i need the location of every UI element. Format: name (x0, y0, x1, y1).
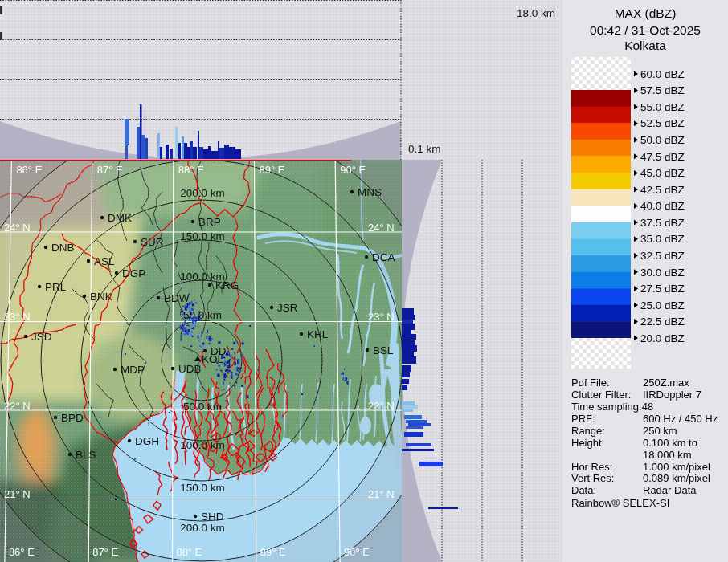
svg-text:150.0 km: 150.0 km (180, 482, 225, 494)
svg-text:21° N: 21° N (368, 488, 395, 500)
svg-text:23° N: 23° N (368, 311, 395, 323)
svg-text:86° E: 86° E (16, 164, 42, 176)
svg-text:Range:: Range: (571, 425, 605, 437)
svg-text:50.0 dBZ: 50.0 dBZ (640, 134, 685, 146)
svg-text:KRG: KRG (215, 279, 239, 291)
svg-text:23° N: 23° N (4, 311, 31, 323)
svg-text:87° E: 87° E (97, 164, 123, 176)
svg-text:42.5 dBZ: 42.5 dBZ (640, 184, 685, 196)
svg-text:DNB: DNB (51, 242, 75, 254)
svg-text:50.0 km: 50.0 km (183, 401, 222, 413)
svg-text:24° N: 24° N (4, 222, 31, 234)
svg-text:35.0 dBZ: 35.0 dBZ (640, 233, 685, 245)
svg-text:200.0 km: 200.0 km (180, 187, 225, 199)
svg-text:57.5 dBZ: 57.5 dBZ (640, 84, 685, 96)
svg-text:BPD: BPD (61, 412, 84, 424)
svg-text:250Z.max: 250Z.max (643, 377, 689, 389)
svg-text:55.0 dBZ: 55.0 dBZ (640, 101, 685, 113)
svg-text:30.0 dBZ: 30.0 dBZ (640, 267, 685, 279)
svg-text:KOL: KOL (202, 353, 224, 365)
svg-text:50.0 km: 50.0 km (183, 309, 222, 321)
svg-text:PRL: PRL (45, 281, 67, 293)
svg-text:DGP: DGP (122, 267, 145, 279)
svg-text:87° E: 87° E (92, 546, 118, 558)
svg-text:22° N: 22° N (368, 400, 395, 412)
svg-text:86° E: 86° E (9, 546, 35, 558)
svg-text:24° N: 24° N (368, 222, 395, 234)
svg-text:32.5 dBZ: 32.5 dBZ (640, 250, 685, 262)
svg-text:0.1 km: 0.1 km (408, 143, 441, 155)
svg-text:22.5 dBZ: 22.5 dBZ (640, 316, 685, 328)
svg-text:200.0 km: 200.0 km (180, 522, 225, 534)
svg-text:UDB: UDB (178, 363, 202, 375)
svg-text:600 Hz / 450 Hz: 600 Hz / 450 Hz (643, 413, 718, 425)
svg-text:00:42 / 31-Oct-2025: 00:42 / 31-Oct-2025 (590, 23, 701, 37)
svg-text:Clutter Filter:: Clutter Filter: (571, 389, 631, 401)
svg-text:27.5 dBZ: 27.5 dBZ (640, 283, 685, 295)
svg-text:18.000 km: 18.000 km (643, 449, 692, 461)
svg-text:JSD: JSD (31, 331, 52, 343)
svg-text:BSL: BSL (373, 344, 394, 356)
svg-text:47.5 dBZ: 47.5 dBZ (640, 151, 685, 163)
svg-text:60.0 dBZ: 60.0 dBZ (640, 68, 685, 80)
svg-text:Kolkata: Kolkata (624, 39, 666, 52)
svg-text:20.0 dBZ: 20.0 dBZ (640, 332, 685, 344)
svg-text:22° N: 22° N (4, 400, 31, 412)
svg-text:0.089 km/pixel: 0.089 km/pixel (643, 472, 710, 484)
svg-text:45.0 dBZ: 45.0 dBZ (640, 167, 685, 179)
svg-text:37.5 dBZ: 37.5 dBZ (640, 217, 685, 229)
svg-text:52.5 dBZ: 52.5 dBZ (640, 117, 685, 129)
svg-text:Radar Data: Radar Data (643, 484, 697, 496)
svg-text:BRP: BRP (198, 216, 221, 228)
svg-text:250 km: 250 km (643, 425, 677, 437)
svg-text:IIRDoppler 7: IIRDoppler 7 (643, 389, 701, 401)
svg-text:KHL: KHL (307, 328, 329, 340)
svg-text:DGH: DGH (135, 435, 159, 447)
svg-text:MNS: MNS (358, 186, 382, 198)
svg-text:DCA: DCA (372, 251, 395, 263)
svg-text:ASL: ASL (94, 255, 115, 267)
svg-text:25.0 dBZ: 25.0 dBZ (640, 299, 685, 312)
svg-text:90° E: 90° E (340, 164, 366, 176)
svg-text:88° E: 88° E (178, 164, 204, 176)
svg-text:0.100 km to: 0.100 km to (643, 437, 697, 449)
svg-text:Time sampling:48: Time sampling:48 (571, 401, 653, 413)
svg-text:100.0 km: 100.0 km (180, 439, 225, 451)
svg-text:SHD: SHD (201, 511, 224, 523)
svg-text:88° E: 88° E (177, 546, 202, 558)
svg-text:90° E: 90° E (344, 546, 370, 558)
svg-text:1.000 km/pixel: 1.000 km/pixel (643, 461, 710, 473)
svg-text:JSR: JSR (277, 302, 298, 314)
svg-text:BNK: BNK (90, 291, 112, 303)
svg-text:18.0 km: 18.0 km (517, 7, 555, 19)
svg-text:Rainbow® SELEX-SI: Rainbow® SELEX-SI (571, 497, 669, 509)
svg-text:Height:: Height: (571, 437, 604, 449)
svg-text:21° N: 21° N (4, 488, 31, 500)
svg-text:40.0 dBZ: 40.0 dBZ (640, 200, 685, 212)
svg-text:Hor Res:: Hor Res: (571, 461, 612, 473)
svg-text:Data:: Data: (571, 484, 596, 496)
svg-text:89° E: 89° E (260, 164, 285, 176)
svg-text:Vert Res:: Vert Res: (571, 472, 614, 484)
svg-text:150.0 km: 150.0 km (180, 230, 225, 242)
svg-text:89° E: 89° E (260, 546, 286, 558)
svg-text:Pdf File:: Pdf File: (571, 377, 610, 389)
svg-text:BDW: BDW (164, 292, 190, 304)
svg-text:PRF:: PRF: (571, 413, 595, 425)
svg-text:DMK: DMK (108, 212, 132, 224)
svg-text:BLS: BLS (76, 449, 96, 461)
svg-text:MDP: MDP (121, 364, 145, 376)
svg-text:SUR: SUR (141, 236, 164, 248)
svg-text:MAX (dBZ): MAX (dBZ) (615, 6, 677, 20)
